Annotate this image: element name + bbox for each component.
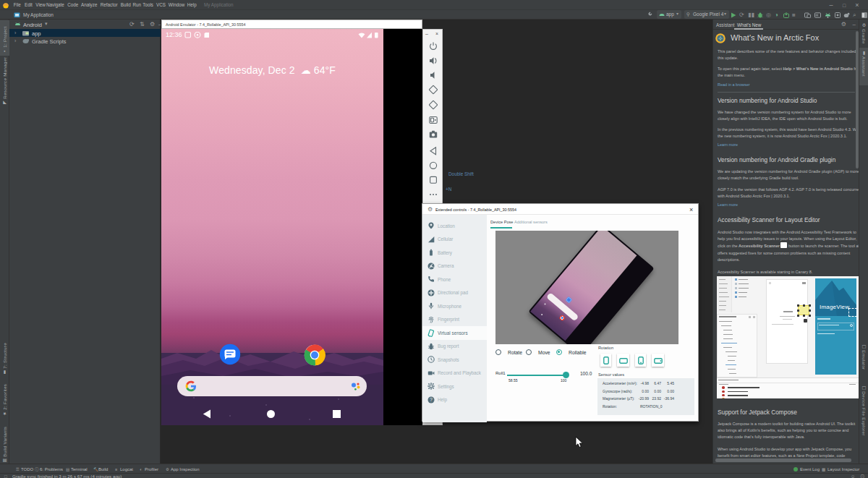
svg-text:?: ? xyxy=(430,397,433,402)
